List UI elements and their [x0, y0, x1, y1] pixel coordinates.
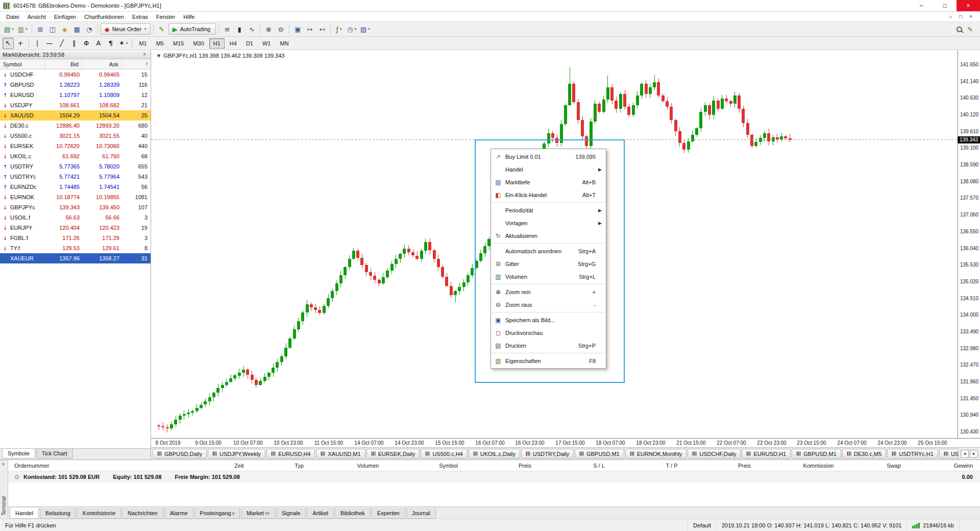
context-menu-item-periodizitaet[interactable]: Periodizität▶	[491, 204, 606, 216]
market-watch-row-xauusd[interactable]: ↓XAUUSD1504.291504.5425	[0, 110, 151, 120]
chart-tab-eurnok-monthly[interactable]: EURNOK,Monthly	[625, 449, 687, 458]
market-watch-row-ty-f[interactable]: ↓TY.f129.53129.618	[0, 243, 151, 253]
menu-datei[interactable]: Datei	[2, 13, 23, 21]
context-menu-item-zoom-rein[interactable]: ⊕Zoom rein+	[491, 285, 606, 298]
market-watch-row-de30-c[interactable]: ↓DE30.c12886.4012893.20680	[0, 120, 151, 131]
market-watch-row-eurjpy[interactable]: ↓EURJPY120.404120.42319	[0, 223, 151, 233]
chart-candles-button[interactable]: ▮	[234, 23, 245, 35]
chart-tab-gbpusd-daily[interactable]: GBPUSD,Daily	[153, 449, 207, 458]
context-menu-item-buy-limit[interactable]: ↗Buy Limit 0.01139.095	[491, 150, 606, 163]
zoom-in-button[interactable]: ⊕	[263, 23, 274, 35]
tabs-scroll-left-icon[interactable]: ◂	[961, 450, 969, 458]
metaeditor-button[interactable]: ✎	[156, 23, 167, 35]
menu-einf-gen[interactable]: Einfügen	[50, 13, 80, 21]
context-menu-item-automatisch-anordnen[interactable]: Automatisch anordnenStrg+A	[491, 245, 606, 257]
terminal-close-icon[interactable]: ×	[2, 462, 5, 467]
autotrading-button[interactable]: ▶AutoTrading	[168, 23, 216, 35]
terminal-tab-artikel[interactable]: Artikel	[307, 508, 334, 519]
context-menu-item-aktualisieren[interactable]: ↻Aktualisieren	[491, 229, 606, 242]
chart-tab-usdtry-daily[interactable]: USDTRY,Daily	[521, 449, 574, 458]
vertical-line-button[interactable]: |	[32, 38, 43, 49]
market-watch-row-gbpusd[interactable]: ↑GBPUSD1.282231.28339116	[0, 80, 151, 90]
templates-button[interactable]: ▨▾	[359, 23, 372, 35]
chart-tab-usdtryc-h1[interactable]: USDTRYc,H1	[887, 449, 938, 458]
new-chart-button[interactable]: ▤▾	[3, 23, 15, 35]
strategy-tester-button[interactable]: ◔	[84, 23, 95, 35]
timeframe-mn[interactable]: MN	[276, 38, 292, 49]
context-menu-item-gitter[interactable]: ⊞GitterStrg+G	[491, 257, 606, 270]
market-watch-row-eurnzdc[interactable]: ↑EURNZDc1.744851.7454156	[0, 182, 151, 192]
terminal-tab-bibliothek[interactable]: Bibliothek	[335, 508, 371, 519]
context-menu-item-zoom-raus[interactable]: ⊖Zoom raus-	[491, 298, 606, 311]
navigator-button[interactable]: ◈	[59, 23, 70, 35]
chart-line-button[interactable]: ∿	[246, 23, 257, 35]
market-watch-row-gbpjpyc[interactable]: ↓GBPJPYc139.343139.450107	[0, 202, 151, 212]
arrows-tool-button[interactable]: ✶▾	[117, 38, 129, 49]
menu-hilfe[interactable]: Hilfe	[179, 13, 199, 21]
menu-extras[interactable]: Extras	[128, 13, 152, 21]
chart-restore-button[interactable]: □	[955, 14, 966, 19]
market-watch-row-eursek[interactable]: ↓EURSEK10.7262010.73060440	[0, 141, 151, 151]
timeframe-h4[interactable]: H4	[226, 38, 241, 49]
search-icon[interactable]	[957, 27, 962, 32]
context-menu-item-drucken[interactable]: ▤DruckenStrg+P	[491, 339, 606, 352]
chart-tab-us500-c-h4[interactable]: US500.c,H4	[421, 449, 467, 458]
timeframe-m15[interactable]: M15	[169, 38, 188, 49]
market-watch-row-usdjpy[interactable]: ↓USDJPY108.661108.68221	[0, 100, 151, 110]
context-menu-item-markttiefe[interactable]: ▤MarkttiefeAlt+B	[491, 176, 606, 188]
chart-minimize-button[interactable]: –	[945, 14, 955, 19]
context-menu-item-handel[interactable]: Handel▶	[491, 163, 606, 176]
timeframe-w1[interactable]: W1	[258, 38, 275, 49]
context-menu-item-vorlagen[interactable]: Vorlagen▶	[491, 216, 606, 229]
timeframe-d1[interactable]: D1	[242, 38, 257, 49]
market-watch-row-eurnok[interactable]: ↓EURNOK10.1877410.198551081	[0, 192, 151, 202]
context-menu-item-ein-klick-handel[interactable]: ◧Ein-Klick-HandelAlt+T	[491, 188, 606, 201]
profiles-button[interactable]: ▥▾	[16, 23, 29, 35]
terminal-tab-posteingang[interactable]: Posteingang8	[194, 508, 240, 519]
terminal-tab-handel[interactable]: Handel	[10, 508, 39, 519]
restore-button[interactable]: □	[933, 0, 957, 11]
chart-tab-de30-c-m5[interactable]: DE30.c,M5	[842, 449, 886, 458]
minimize-button[interactable]: –	[910, 0, 933, 11]
context-menu-item-druckvorschau[interactable]: ◻Druckvorschau	[491, 326, 606, 339]
chart-tab-gbpusd-m1[interactable]: GBPUSD,M1	[575, 449, 624, 458]
horizontal-line-button[interactable]: —	[44, 38, 55, 49]
indicators-button[interactable]: ƒ▾	[333, 23, 345, 35]
data-window-button[interactable]: ◫	[47, 23, 58, 35]
chart-tab-eursek-daily[interactable]: EURSEK,Daily	[366, 449, 420, 458]
close-button[interactable]: ×	[957, 0, 980, 11]
chart-area[interactable]: ▼ GBPJPYc,H1 139.398 139.462 139.309 139…	[151, 50, 980, 447]
market-watch-row-us500-c[interactable]: ↓US500.c3021.153021.5540	[0, 131, 151, 141]
chart-tab-ukoil-c-daily[interactable]: UKOIL.c,Daily	[469, 449, 520, 458]
time-axis[interactable]: 8 Oct 20199 Oct 15:0010 Oct 07:0010 Oct …	[151, 438, 980, 447]
market-watch-row-eurusd[interactable]: ↑EURUSD1.107971.1080912	[0, 90, 151, 100]
terminal-tab-journal[interactable]: Journal	[406, 508, 436, 519]
crosshair-button[interactable]: +	[15, 38, 26, 49]
context-menu-item-volumen[interactable]: ▥VolumenStrg+L	[491, 270, 606, 283]
market-watch-row-usdchf[interactable]: ↓USDCHF0.994500.9946515	[0, 69, 151, 80]
market-watch-button[interactable]: ⊞	[35, 23, 46, 35]
chart-tab-usdjpy-weekly[interactable]: USDJPY,Weekly	[208, 449, 265, 458]
status-profile[interactable]: Default	[688, 519, 717, 531]
tabs-scroll-right-icon[interactable]: ▸	[970, 450, 978, 458]
chart-tab-gbpusd-m1[interactable]: GBPUSD,M1	[792, 449, 841, 458]
chart-tab-eurusd-h1[interactable]: EURUSD,H1	[742, 449, 791, 458]
fibonacci-button[interactable]: Φ	[81, 38, 92, 49]
auto-scroll-button[interactable]: ↦	[304, 23, 315, 35]
market-watch-row-usdtry[interactable]: ↑USDTRY5.773655.78020655	[0, 161, 151, 172]
chart-tab-xauusd-m1[interactable]: XAUUSD,M1	[316, 449, 365, 458]
context-menu-item-eigenschaften[interactable]: ▧EigenschaftenF8	[491, 354, 606, 367]
text-button[interactable]: A	[93, 38, 104, 49]
timeframe-h1[interactable]: H1	[209, 38, 225, 49]
price-axis[interactable]: 141.650141.140140.630140.120139.610139.1…	[958, 50, 980, 438]
new-order-button[interactable]: ◆Neue Order▾	[101, 23, 151, 35]
chart-close-button[interactable]: ×	[966, 14, 976, 19]
market-watch-tab-tick-chart[interactable]: Tick Chart	[36, 449, 73, 458]
market-watch-row-fgbl-f[interactable]: ↓FGBL.f171.26171.293	[0, 233, 151, 243]
menu-ansicht[interactable]: Ansicht	[23, 13, 50, 21]
feedback-icon[interactable]: ✎	[967, 26, 973, 33]
chart-tab-eurusd-h4[interactable]: EURUSD,H4	[266, 449, 315, 458]
market-watch-row-usoil-f[interactable]: ↓USOIL.f56.6356.663	[0, 212, 151, 223]
periods-button[interactable]: ◷▾	[346, 23, 358, 35]
menu-fenster[interactable]: Fenster	[152, 13, 179, 21]
